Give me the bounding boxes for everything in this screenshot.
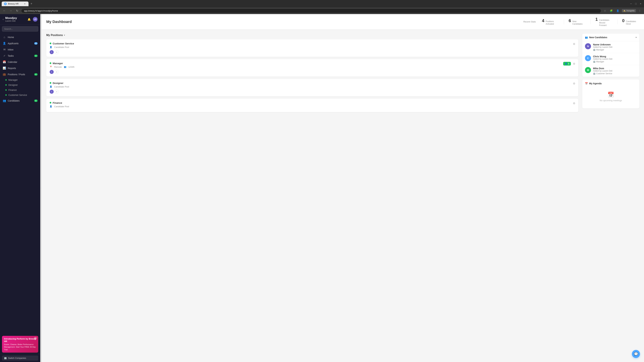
stat-new-candidates: 6 New Candidates	[569, 18, 586, 25]
recent-stats-label: Recent Stats	[524, 20, 536, 23]
new-candidates-label: New Candidates	[589, 36, 607, 39]
position-actions-designer: ⚙	[572, 81, 576, 86]
position-name-customer-service: Customer Service	[50, 42, 575, 45]
customer-service-settings-button[interactable]: ⚙	[572, 42, 576, 46]
sidebar-brand: ‹ Moodjoy Lauren Deli	[3, 16, 17, 22]
maximize-button[interactable]: □	[634, 2, 638, 6]
tasks-icon: ✓	[3, 54, 6, 57]
add-team-member-button-manager[interactable]: +	[55, 70, 59, 74]
location-icon: 📍	[50, 66, 52, 68]
position-card-finance: Finance 👤 Candidate Pool ⚙	[46, 99, 578, 112]
sidebar-item-candidates-label: Candidates	[8, 99, 32, 102]
promo-text: Easier, Cleaner, Better Performance Mana…	[4, 343, 36, 351]
notification-bell-button[interactable]: 🔔	[27, 17, 32, 22]
profile-button[interactable]: 👤	[615, 9, 620, 13]
add-team-member-button[interactable]: +	[55, 50, 59, 54]
manager-settings-button[interactable]: ⚙	[572, 61, 576, 66]
positions-title-text: My Positions	[46, 34, 63, 37]
person-icon-finance: 👤	[50, 105, 52, 108]
sidebar-item-calendar[interactable]: 📅 Calendar	[0, 59, 40, 65]
promo-close-button[interactable]: ×	[34, 337, 37, 340]
sidebar-sub-item-manager[interactable]: Manager	[0, 77, 40, 82]
positions-badge: +	[34, 73, 38, 76]
position-team-designer: L +	[50, 90, 575, 94]
sidebar-item-tasks[interactable]: ✓ Tasks +	[0, 53, 40, 59]
sidebar-nav: ⌂ Home 👤 Applicants 4 ✉ Inbox ✓ Tasks + …	[0, 33, 40, 335]
person-icon: 👤	[50, 46, 52, 48]
bookmark-button[interactable]: ☆	[603, 9, 607, 13]
search-input[interactable]	[2, 26, 38, 31]
tab-close-button[interactable]: ×	[24, 2, 26, 5]
sidebar-sub-item-designer[interactable]: Designer	[0, 82, 40, 87]
candidates-title-icon: 👥	[585, 36, 588, 39]
candidates-section-title: 👥 New Candidates	[585, 36, 607, 39]
sidebar-back-button[interactable]: ‹	[3, 18, 4, 21]
position-actions-finance: ⚙	[572, 101, 576, 106]
sidebar-sub-item-finance[interactable]: Finance	[0, 87, 40, 92]
candidate-position-name-unknown: 🏢 Manager	[593, 49, 636, 51]
position-team-customer-service: L +	[50, 50, 575, 54]
address-input[interactable]	[21, 8, 601, 13]
reload-button[interactable]: ↻	[15, 8, 20, 13]
page-title: My Dashboard	[46, 19, 72, 24]
position-card-designer: Designer 👤 Candidate Pool L + ⚙	[46, 79, 578, 96]
candidates-dropdown[interactable]: ▾	[636, 36, 636, 38]
candidate-avatar-chris-wong: C	[585, 55, 591, 61]
sidebar-item-home[interactable]: ⌂ Home	[0, 34, 40, 40]
sidebar-header-icons: 🔔 LD	[27, 17, 38, 22]
sidebar-sub-item-designer-label: Designer	[8, 84, 18, 86]
add-team-member-button-designer[interactable]: +	[55, 90, 59, 94]
sidebar-divider[interactable]	[40, 14, 42, 362]
sidebar-item-inbox[interactable]: ✉ Inbox	[0, 46, 40, 53]
dashboard-body: My Positions ▾ Customer Service 👤 Candid…	[42, 30, 644, 362]
team-icon: 👥	[64, 66, 66, 68]
calendar-icon: 📅	[3, 60, 6, 63]
sidebar-item-positions-pools[interactable]: 💼 Positions / Pools +	[0, 71, 40, 77]
extensions-button[interactable]: 🧩	[609, 9, 614, 13]
no-meetings-icon: 📅	[589, 91, 632, 98]
position-card-manager: Manager 📍 Remote 👥 12345 L + 👤	[46, 59, 578, 77]
switch-companies-button[interactable]: 🏢 Switch Companies	[2, 356, 38, 361]
sidebar-sub-item-customer-service[interactable]: Customer Service	[0, 92, 40, 97]
candidates-badge: +	[34, 99, 38, 102]
minimize-button[interactable]: ─	[629, 2, 633, 6]
position-meta-manager: 📍 Remote 👥 12345	[50, 66, 575, 68]
dashboard-header: My Dashboard Recent Stats 4 Positions Ac…	[42, 14, 644, 30]
browser-actions: ─ □ ×	[629, 2, 642, 6]
sidebar-item-applicants[interactable]: 👤 Applicants 4	[0, 40, 40, 46]
close-window-button[interactable]: ×	[639, 2, 642, 6]
positions-activated-number: 4	[542, 18, 544, 23]
positions-icon: 💼	[3, 73, 6, 76]
position-card-customer-service: Customer Service 👤 Candidate Pool L + ⚙	[46, 39, 578, 57]
position-meta-finance: 👤 Candidate Pool	[50, 105, 575, 108]
back-button[interactable]: ←	[2, 8, 7, 13]
sidebar-item-calendar-label: Calendar	[8, 61, 38, 63]
inbox-icon: ✉	[3, 48, 6, 51]
positions-dropdown-arrow[interactable]: ▾	[64, 34, 65, 36]
candidates-icon: 👥	[3, 99, 6, 102]
user-avatar[interactable]: LD	[33, 17, 38, 22]
person-icon-designer: 👤	[50, 85, 52, 88]
app-container: ‹ Moodjoy Lauren Deli 🔔 LD ⌂ Home 👤 Appl…	[0, 14, 644, 362]
sidebar-search	[2, 26, 38, 31]
new-candidates-desc: New Candidates	[572, 20, 586, 25]
designer-settings-button[interactable]: ⚙	[572, 81, 576, 86]
sidebar-header: ‹ Moodjoy Lauren Deli 🔔 LD	[0, 14, 40, 25]
candidate-added-mika-dom: Added by Lauren Deli	[593, 70, 636, 72]
forward-button[interactable]: →	[8, 8, 13, 13]
active-tab[interactable]: B Breezy HR ×	[2, 1, 28, 6]
candidate-info-chris-wong: Chris Wong Added by Lauren Deli 🏢 Manage…	[593, 55, 636, 63]
position-meta-customer-service: 👤 Candidate Pool	[50, 46, 575, 48]
team-avatar-designer: L	[50, 90, 54, 94]
sidebar-item-reports[interactable]: 📊 Reports	[0, 65, 40, 71]
candidate-item-mika-dom[interactable]: M Mika Dom Added by Lauren Deli 🏢 Custom…	[582, 65, 639, 77]
sidebar-item-candidates[interactable]: 👥 Candidates +	[0, 97, 40, 104]
team-avatar-1: L	[50, 50, 54, 54]
menu-button[interactable]: ⋮	[638, 9, 642, 13]
finance-settings-button[interactable]: ⚙	[572, 101, 576, 106]
candidate-item-name-unknown[interactable]: N Name Unknown Added by Lauren Deli 🏢 Ma…	[582, 41, 639, 53]
candidate-item-chris-wong[interactable]: C Chris Wong Added by Lauren Deli 🏢 Mana…	[582, 53, 639, 65]
new-tab-button[interactable]: +	[29, 1, 34, 6]
chat-bubble-button[interactable]: 💬	[632, 350, 640, 358]
sidebar-sub-item-manager-label: Manager	[8, 79, 18, 81]
